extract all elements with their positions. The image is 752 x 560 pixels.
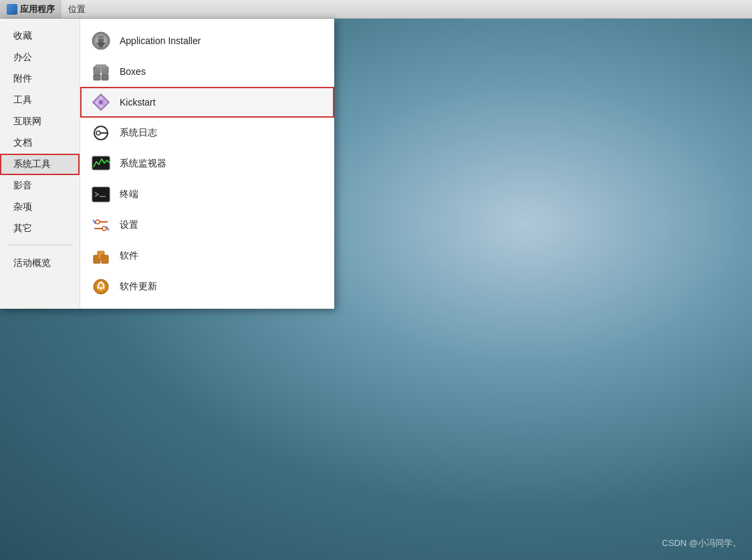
kickstart-icon — [90, 92, 112, 113]
svg-rect-9 — [96, 65, 106, 68]
menu-separator — [7, 245, 73, 245]
app-menu-label: 应用程序 — [20, 3, 55, 15]
menu-activity-overview[interactable]: 活动概览 — [0, 251, 80, 276]
update-icon — [90, 276, 112, 297]
menu-category-internet[interactable]: 互联网 — [0, 111, 80, 132]
menu-category-media[interactable]: 影音 — [0, 175, 80, 196]
svg-point-13 — [99, 100, 103, 104]
location-menu-button[interactable]: 位置 — [61, 0, 92, 18]
location-menu-label: 位置 — [68, 3, 86, 15]
menu-item-app-installer-label: Application Installer — [120, 35, 201, 46]
settings-icon — [90, 215, 112, 236]
menu-panel: 收藏 办公 附件 工具 互联网 文档 系统工具 影音 杂项 其它 活动概览 — [0, 19, 334, 309]
menu-item-boxes[interactable]: Boxes — [80, 56, 334, 87]
app-menu-button[interactable]: 应用程序 — [0, 0, 61, 18]
boxes-icon — [90, 61, 112, 82]
svg-rect-4 — [96, 37, 106, 39]
menu-item-terminal[interactable]: 终端 — [80, 179, 334, 210]
svg-point-15 — [96, 131, 100, 135]
svg-point-22 — [96, 220, 100, 224]
menu-item-update-label: 软件更新 — [120, 281, 157, 293]
menu-category-tools[interactable]: 工具 — [0, 90, 80, 111]
menu-item-terminal-label: 终端 — [120, 188, 138, 200]
menu-category-favorites[interactable]: 收藏 — [0, 25, 80, 47]
svg-rect-8 — [102, 74, 108, 80]
syslog-icon — [90, 122, 112, 144]
menu-category-accessories[interactable]: 附件 — [0, 68, 80, 90]
desktop: 应用程序 位置 收藏 办公 附件 工具 互联网 文档 系统工具 影音 杂项 其它… — [0, 0, 752, 560]
svg-rect-18 — [92, 187, 110, 202]
software-icon — [90, 245, 112, 267]
menu-item-boxes-label: Boxes — [120, 66, 146, 77]
menu-item-app-installer[interactable]: Application Installer — [80, 25, 334, 56]
menu-item-update[interactable]: 软件更新 — [80, 271, 334, 302]
taskbar: 应用程序 位置 — [0, 0, 752, 19]
menu-categories: 收藏 办公 附件 工具 互联网 文档 系统工具 影音 杂项 其它 活动概览 — [0, 19, 80, 309]
menu-category-system-tools[interactable]: 系统工具 — [0, 154, 80, 175]
menu-item-kickstart[interactable]: Kickstart — [80, 87, 334, 118]
app-menu-icon — [7, 4, 17, 15]
menu-item-software-label: 软件 — [120, 250, 138, 262]
menu-item-software[interactable]: 软件 — [80, 241, 334, 271]
menu-category-other[interactable]: 其它 — [0, 218, 80, 239]
menu-item-syslog[interactable]: 系统日志 — [80, 118, 334, 148]
menu-item-sysmon[interactable]: 系统监视器 — [80, 148, 334, 179]
svg-rect-28 — [102, 255, 108, 263]
svg-rect-17 — [92, 156, 110, 170]
menu-item-kickstart-label: Kickstart — [120, 97, 156, 108]
menu-item-syslog-label: 系统日志 — [120, 127, 157, 139]
menu-category-documents[interactable]: 文档 — [0, 132, 80, 154]
terminal-icon — [90, 184, 112, 205]
sysmon-icon — [90, 153, 112, 174]
menu-category-misc[interactable]: 杂项 — [0, 196, 80, 218]
menu-item-settings-label: 设置 — [120, 219, 138, 231]
svg-point-23 — [102, 227, 106, 231]
menu-items: Application Installer Boxes — [80, 19, 334, 309]
menu-item-settings[interactable]: 设置 — [80, 210, 334, 241]
svg-rect-2 — [98, 36, 104, 43]
watermark: CSDN @小冯同学。 — [662, 537, 741, 549]
menu-category-office[interactable]: 办公 — [0, 47, 80, 68]
svg-rect-7 — [94, 74, 100, 80]
installer-icon — [90, 30, 112, 51]
menu-item-sysmon-label: 系统监视器 — [120, 158, 166, 170]
